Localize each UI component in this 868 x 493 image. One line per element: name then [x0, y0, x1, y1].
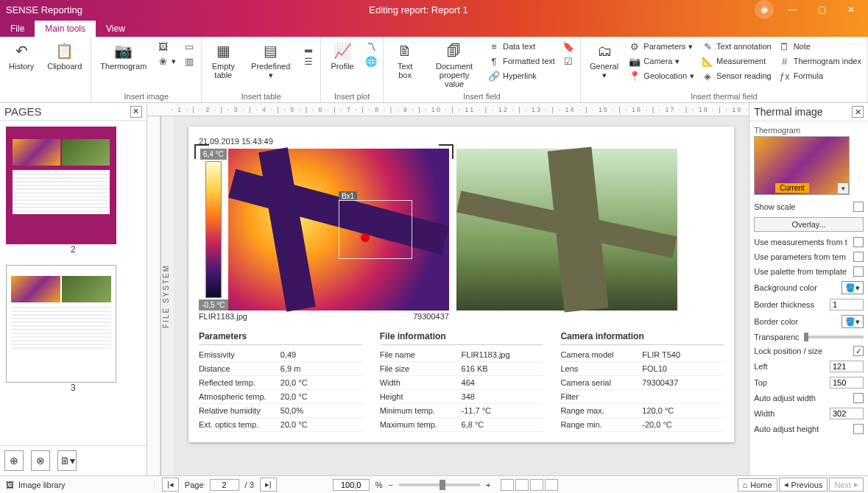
- rosette-small-button[interactable]: ❀▾: [155, 54, 177, 68]
- formula-button[interactable]: ƒxFormula: [777, 69, 863, 82]
- dropdown-icon[interactable]: ▾: [837, 182, 849, 194]
- sensor-reading-button[interactable]: ◈Sensor reading: [700, 69, 773, 82]
- doc-property-button[interactable]: 🗐Document property value: [426, 40, 482, 90]
- zoom-out-button[interactable]: −: [388, 480, 392, 489]
- image-small-button[interactable]: 🖼: [155, 40, 177, 53]
- show-scale-checkbox[interactable]: [853, 202, 864, 212]
- view-mode-4[interactable]: [545, 479, 558, 491]
- hyperlink-button[interactable]: 🔗Hyperlink: [487, 69, 557, 82]
- border-color-button[interactable]: 🪣▾: [841, 315, 864, 328]
- plot1-small-button[interactable]: 〽: [364, 40, 378, 53]
- delete-page-button[interactable]: ⊗: [31, 450, 50, 471]
- left-input[interactable]: [830, 361, 864, 372]
- thermal-image[interactable]: Bx1: [228, 149, 449, 311]
- view-mode-3[interactable]: [530, 479, 543, 491]
- predefined-icon: ▤: [261, 41, 281, 60]
- list-small-button[interactable]: ▂: [301, 40, 316, 53]
- camera-field-button[interactable]: 📷Camera ▾: [627, 54, 696, 68]
- measurement-box[interactable]: [339, 200, 412, 259]
- last-page-button[interactable]: ▸|: [260, 478, 277, 492]
- auto-width-checkbox[interactable]: [853, 393, 864, 403]
- tab-view[interactable]: View: [96, 21, 135, 37]
- plot2-small-button[interactable]: 🌐: [364, 54, 378, 68]
- view-mode-1[interactable]: [501, 479, 514, 491]
- page-input[interactable]: [210, 479, 239, 491]
- first-page-button[interactable]: |◂: [162, 478, 179, 492]
- use-palette-checkbox[interactable]: [853, 266, 864, 277]
- pages-close-button[interactable]: ✕: [130, 106, 142, 118]
- general-button[interactable]: 🗂General ▾: [585, 40, 623, 81]
- close-button[interactable]: ✕: [840, 2, 862, 17]
- thermogram-button[interactable]: 📷Thermogram: [96, 40, 151, 72]
- list2-small-button[interactable]: ☰: [301, 54, 316, 68]
- rpanel-close-button[interactable]: ✕: [852, 106, 864, 118]
- minimize-button[interactable]: —: [781, 2, 803, 17]
- thermogram-index-button[interactable]: #Thermogram index: [777, 54, 863, 68]
- history-button[interactable]: ↶History: [4, 40, 38, 72]
- auto-height-checkbox[interactable]: [853, 424, 864, 434]
- note-button[interactable]: 🗒Note: [777, 40, 863, 53]
- home-button[interactable]: ⌂Home: [738, 478, 777, 492]
- thermogram-thumbnail[interactable]: Current ▾: [754, 136, 850, 195]
- rpanel-title: Thermal image: [754, 106, 822, 118]
- tab-main-tools[interactable]: Main tools: [35, 21, 96, 37]
- lock-checkbox[interactable]: ✓: [853, 346, 864, 356]
- measurement-button[interactable]: 📐Measurement: [700, 54, 773, 68]
- use-parameters-checkbox[interactable]: [853, 252, 864, 262]
- home-icon: ⌂: [743, 480, 748, 489]
- measurement-spot[interactable]: [361, 233, 370, 242]
- page-thumb-2[interactable]: 2: [6, 127, 141, 255]
- camera-icon[interactable]: ◉: [755, 0, 774, 19]
- properties-panel: Thermal image✕ Thermogram Current ▾ Show…: [749, 103, 868, 475]
- transparency-slider[interactable]: [804, 336, 864, 338]
- chevron-left-icon: ◂: [784, 480, 788, 489]
- maximize-button[interactable]: ▢: [811, 2, 833, 17]
- thermal-image-container[interactable]: 6,4 °C -0,5 °C Bx1: [199, 149, 449, 311]
- geolocation-button[interactable]: 📍Geolocation ▾: [627, 69, 696, 82]
- group-insert-image: Insert image: [96, 91, 197, 101]
- barcode-small-button[interactable]: ▥: [182, 54, 197, 68]
- bookmark-button[interactable]: 🔖: [561, 40, 576, 53]
- formatted-text-icon: ¶: [488, 55, 500, 67]
- previous-button[interactable]: ◂Previous: [779, 478, 828, 492]
- formatted-text-button[interactable]: ¶Formatted text: [487, 54, 557, 68]
- view-mode-2[interactable]: [515, 479, 529, 491]
- image-library-icon[interactable]: 🖼: [6, 480, 14, 489]
- document-page[interactable]: 21.09.2019 15:43:49 6,4 °C -0,5 °C: [188, 127, 734, 442]
- ruler-vertical: [147, 116, 160, 475]
- pages-title: PAGES: [4, 105, 42, 118]
- shape-small-button[interactable]: ▭: [182, 40, 197, 53]
- canvas-area: · 1 · | · 2 · | · 3 · | · 4 · | · 5 · | …: [147, 103, 749, 475]
- page-thumb-3[interactable]: 3: [6, 265, 141, 393]
- clipboard-button[interactable]: 📋Clipboard: [43, 40, 86, 72]
- predefined-button[interactable]: ▤Predefined ▾: [244, 40, 297, 81]
- page-menu-button[interactable]: 🗎▾: [57, 450, 77, 471]
- zoom-slider[interactable]: [399, 483, 480, 486]
- undo-icon: ↶: [11, 41, 32, 60]
- width-input[interactable]: [830, 408, 864, 419]
- zoom-input[interactable]: [333, 479, 370, 491]
- bg-color-button[interactable]: 🪣▾: [841, 281, 864, 294]
- checkbox-button[interactable]: ☑: [561, 54, 576, 68]
- image-library-button[interactable]: Image library: [18, 480, 66, 489]
- border-thickness-input[interactable]: [830, 299, 864, 311]
- tab-file[interactable]: File: [0, 21, 35, 37]
- empty-table-button[interactable]: ▦Empty table: [206, 40, 240, 81]
- group-insert-field: Insert field: [388, 91, 576, 101]
- data-text-button[interactable]: ≡Data text: [487, 40, 557, 53]
- document-icon: 🗐: [444, 41, 465, 60]
- top-input[interactable]: [830, 377, 864, 389]
- add-page-button[interactable]: ⊕: [4, 450, 24, 471]
- use-measurements-checkbox[interactable]: [853, 237, 864, 247]
- visual-image[interactable]: [456, 149, 677, 311]
- text-annotation-button[interactable]: ✎Text annotation: [700, 40, 773, 53]
- text-box-icon: 🗎: [395, 41, 415, 60]
- profile-button[interactable]: 📈Profile: [325, 40, 359, 72]
- text-box-button[interactable]: 🗎Text box: [388, 40, 422, 81]
- parameters-button[interactable]: ⚙Parameters ▾: [627, 40, 696, 53]
- file-system-tab[interactable]: FILE SYSTEM: [160, 116, 174, 475]
- zoom-in-button[interactable]: +: [486, 480, 490, 489]
- overlay-button[interactable]: Overlay...: [754, 217, 864, 232]
- next-button[interactable]: Next▸: [829, 478, 864, 492]
- shape-icon: ▭: [183, 40, 195, 52]
